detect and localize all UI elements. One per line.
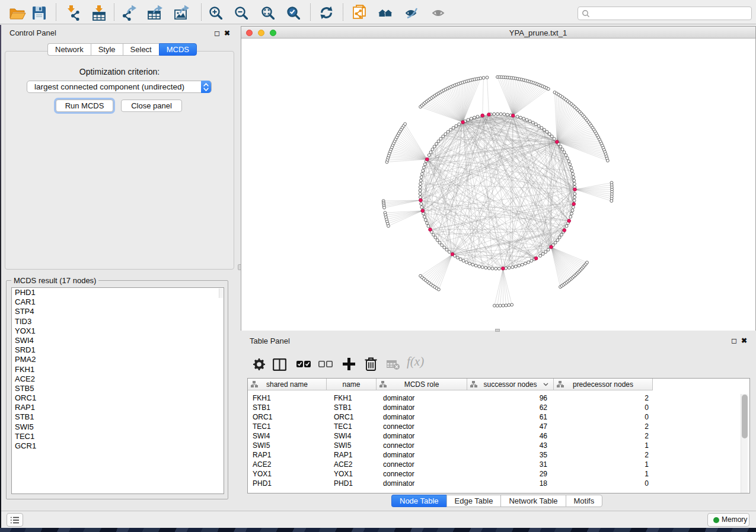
svg-text:f(x): f(x) [407, 355, 424, 368]
